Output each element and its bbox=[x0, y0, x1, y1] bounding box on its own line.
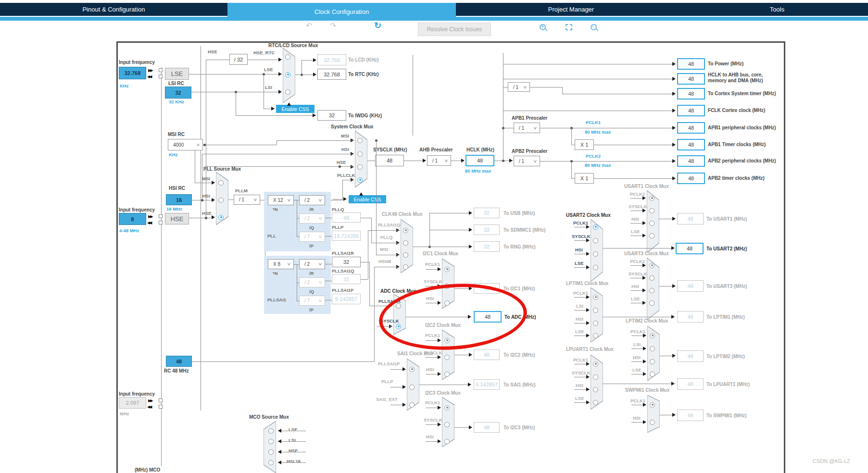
usart3-clock-mux-radio-2[interactable] bbox=[649, 288, 654, 293]
lpuart1-clock-mux-radio-2[interactable] bbox=[593, 387, 598, 392]
lse-input-frequency[interactable]: 32.768 bbox=[119, 67, 146, 79]
hse-rtc-divider[interactable]: / 32 bbox=[229, 54, 248, 65]
apb2-prescaler[interactable]: / 1∨ bbox=[514, 156, 540, 166]
hclk-ahb-value[interactable]: 48 bbox=[677, 73, 705, 85]
redo-icon[interactable]: ↷ bbox=[330, 22, 336, 30]
lptim1-clock-mux-radio-2[interactable] bbox=[593, 321, 598, 326]
swpmi1-clock-mux-radio-1[interactable] bbox=[650, 420, 655, 425]
lptim1-clock-mux-radio-3[interactable] bbox=[593, 333, 598, 338]
usart3-clock-mux-radio-0[interactable] bbox=[649, 263, 654, 268]
enable-css-rtc-button[interactable]: Enable CSS bbox=[276, 105, 314, 113]
pll-n-mult[interactable]: X 12∨ bbox=[268, 195, 294, 205]
lsi-rc-value[interactable]: 32 bbox=[165, 87, 191, 99]
lptim2-clock-mux-radio-1[interactable] bbox=[650, 346, 655, 351]
tab-tools[interactable]: Tools bbox=[686, 3, 868, 16]
system-clock-mux-radio-3[interactable] bbox=[357, 177, 363, 183]
rtc-lcd-source-mux-radio-2[interactable] bbox=[285, 89, 290, 95]
i2c1-clock-mux-radio-0[interactable] bbox=[444, 267, 450, 272]
to-usart2-value[interactable]: 48 bbox=[676, 243, 704, 254]
usart1-clock-mux-radio-2[interactable] bbox=[649, 221, 654, 226]
usart3-clock-mux-radio-3[interactable] bbox=[649, 300, 654, 306]
zoom-out-icon[interactable]: - bbox=[591, 24, 597, 30]
pll-r-div[interactable]: / 2∨ bbox=[299, 195, 325, 205]
enable-css-sys-button[interactable]: Enable CSS bbox=[349, 195, 386, 203]
apb1-timer-value[interactable]: 48 bbox=[677, 139, 705, 150]
clk48-clock-mux-radio-3[interactable] bbox=[403, 264, 408, 270]
ahb-prescaler[interactable]: / 1∨ bbox=[427, 155, 451, 166]
resolve-clock-issues-button[interactable]: Resolve Clock Issues bbox=[418, 23, 491, 36]
system-clock-mux-radio-2[interactable] bbox=[357, 164, 363, 170]
sai1-clock-mux-radio-1[interactable] bbox=[409, 385, 415, 390]
tab-clock-configuration[interactable]: Clock Configuration bbox=[227, 3, 456, 20]
msi-rc-value[interactable]: 4000∨ bbox=[168, 139, 203, 150]
usart2-clock-mux-radio-3[interactable] bbox=[593, 265, 598, 270]
i2c2-clock-mux-radio-1[interactable] bbox=[444, 355, 450, 360]
to-iwdg-value[interactable]: 32 bbox=[317, 110, 346, 121]
clk48-clock-mux-radio-1[interactable] bbox=[403, 240, 408, 246]
i2c3-clock-mux-radio-0[interactable] bbox=[444, 405, 450, 411]
usart2-clock-mux-radio-2[interactable] bbox=[593, 251, 598, 257]
clk48-clock-mux-radio-2[interactable] bbox=[403, 252, 408, 258]
msi-rc48-value[interactable]: 48 bbox=[166, 356, 192, 367]
mco-source-mux-radio-0[interactable] bbox=[268, 428, 274, 434]
i2c3-clock-mux-radio-2[interactable] bbox=[444, 439, 450, 444]
sysclk-value[interactable]: 48 bbox=[375, 155, 404, 166]
clk48-clock-mux-radio-0[interactable] bbox=[403, 228, 408, 233]
cortex-timer-value[interactable]: 48 bbox=[677, 88, 705, 100]
zoom-in-icon[interactable]: + bbox=[540, 24, 546, 30]
to-rtc-value[interactable]: 32.768 bbox=[317, 69, 346, 80]
fit-view-icon[interactable] bbox=[566, 24, 572, 30]
pll-source-mux-radio-2[interactable] bbox=[218, 215, 224, 220]
undo-icon[interactable]: ↶ bbox=[306, 22, 312, 30]
sai1-clock-mux-radio-2[interactable] bbox=[409, 402, 415, 408]
tab-project-manager[interactable]: Project Manager bbox=[456, 3, 686, 16]
i2c3-clock-mux-radio-1[interactable] bbox=[444, 422, 450, 427]
usart3-clock-mux-radio-1[interactable] bbox=[649, 275, 654, 281]
pllsai1r-value[interactable]: 32 bbox=[332, 257, 361, 267]
lpuart1-clock-mux-radio-0[interactable] bbox=[593, 361, 598, 367]
lptim1-clock-mux-radio-1[interactable] bbox=[593, 308, 598, 313]
apb1-prescaler[interactable]: / 1∨ bbox=[514, 123, 540, 133]
hsi-rc-value[interactable]: 16 bbox=[166, 194, 192, 205]
pllm-divider[interactable]: / 1∨ bbox=[234, 195, 260, 205]
rtc-lcd-source-mux-radio-0[interactable] bbox=[285, 54, 290, 60]
apb2-periph-value[interactable]: 48 bbox=[677, 155, 705, 167]
apb1-periph-value[interactable]: 48 bbox=[677, 122, 705, 134]
lptim1-clock-mux-radio-0[interactable] bbox=[593, 295, 598, 300]
to-power-value[interactable]: 48 bbox=[677, 58, 705, 70]
usart1-clock-mux-radio-1[interactable] bbox=[649, 208, 654, 213]
reset-clock-icon[interactable]: ↻ bbox=[374, 21, 381, 30]
lptim2-clock-mux-radio-2[interactable] bbox=[650, 359, 655, 364]
lpuart1-clock-mux-radio-3[interactable] bbox=[593, 400, 598, 405]
usart2-clock-mux-radio-0[interactable] bbox=[593, 224, 598, 230]
usart1-clock-mux-radio-0[interactable] bbox=[649, 196, 654, 201]
lptim2-clock-mux-radio-0[interactable] bbox=[650, 333, 655, 338]
hse-input-frequency[interactable]: 8 bbox=[119, 213, 146, 225]
usart2-clock-mux-radio-1[interactable] bbox=[593, 238, 598, 243]
pll-source-mux-radio-1[interactable] bbox=[218, 198, 224, 203]
fclk-value[interactable]: 48 bbox=[677, 105, 705, 116]
apb2-timer-value[interactable]: 48 bbox=[677, 173, 705, 184]
cortex-timer-prescaler[interactable]: / 1∨ bbox=[508, 82, 530, 92]
tab-pinout-configuration[interactable]: Pinout & Configuration bbox=[0, 3, 227, 16]
sai1-clock-mux-radio-0[interactable] bbox=[409, 367, 415, 372]
swpmi1-clock-mux-radio-0[interactable] bbox=[650, 402, 655, 408]
mco-source-mux-radio-2[interactable] bbox=[268, 449, 274, 455]
pllsai1-n-mult[interactable]: X 8∨ bbox=[268, 259, 294, 269]
lptim2-clock-mux-radio-3[interactable] bbox=[650, 372, 655, 377]
pll-source-mux-radio-0[interactable] bbox=[218, 180, 224, 186]
pllsai1-r-div[interactable]: / 2∨ bbox=[299, 259, 325, 269]
mco-source-mux-radio-3[interactable] bbox=[268, 460, 274, 465]
i2c2-clock-mux-radio-2[interactable] bbox=[444, 372, 450, 377]
lse-source[interactable]: LSE bbox=[165, 68, 189, 80]
rtc-lcd-source-mux-radio-1[interactable] bbox=[285, 72, 290, 77]
hclk-value[interactable]: 48 bbox=[465, 155, 494, 166]
apb2-timer-mult[interactable]: X 1 bbox=[575, 173, 594, 184]
lpuart1-clock-mux-radio-1[interactable] bbox=[593, 374, 598, 380]
hse-source[interactable]: HSE bbox=[165, 213, 189, 224]
system-clock-mux-radio-1[interactable] bbox=[357, 151, 363, 157]
usart1-clock-mux-radio-3[interactable] bbox=[649, 233, 654, 238]
apb1-timer-mult[interactable]: X 1 bbox=[575, 139, 594, 150]
mco-source-mux-radio-1[interactable] bbox=[268, 439, 274, 444]
system-clock-mux-radio-0[interactable] bbox=[357, 138, 363, 143]
